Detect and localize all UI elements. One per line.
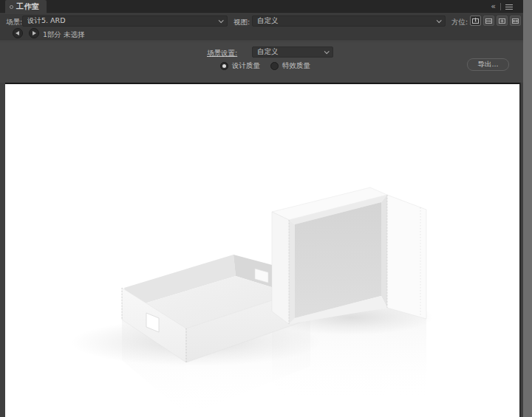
tab-studio[interactable]: 工作室 <box>5 0 47 13</box>
arrow-right-icon <box>33 31 36 35</box>
selection-status: 未选择 <box>64 30 85 40</box>
design-quality-label: 设计质量 <box>232 61 260 71</box>
export-button[interactable]: 导出... <box>467 58 509 71</box>
previous-part-button[interactable] <box>13 28 23 38</box>
scene-select[interactable]: 设计5. ARD <box>22 15 228 27</box>
scene-select-value: 设计5. ARD <box>27 16 214 26</box>
parts-bar: 1部分 未选择 <box>0 27 523 41</box>
orientation-fit-button[interactable] <box>510 15 521 26</box>
arrow-left-icon <box>16 31 19 35</box>
viewport-canvas[interactable] <box>5 83 521 417</box>
panel-title: 工作室 <box>16 1 40 12</box>
view-select-value: 自定义 <box>257 16 432 26</box>
chevron-down-icon <box>219 18 224 23</box>
orientation-side-button[interactable] <box>483 15 494 26</box>
toolbar-separator <box>0 41 523 41</box>
orientation-top-icon <box>498 17 506 25</box>
next-part-button[interactable] <box>29 28 39 38</box>
settings-strip: 场景设置: 自定义 设计质量 特效质量 导出... <box>0 42 523 83</box>
scene-settings-link[interactable]: 场景设置: <box>207 49 237 58</box>
titlebar-controls: « <box>491 0 513 13</box>
chevron-down-icon <box>437 18 442 23</box>
radio-effects-quality[interactable]: 特效质量 <box>270 61 310 71</box>
chevron-down-icon <box>324 49 330 54</box>
orientation-buttons <box>470 15 521 26</box>
orientation-top-button[interactable] <box>497 15 508 26</box>
lid-3d[interactable] <box>272 187 426 324</box>
orientation-front-button[interactable] <box>470 15 481 26</box>
radio-selected-icon <box>220 62 228 70</box>
quality-options: 设计质量 特效质量 <box>220 61 310 71</box>
scene-settings-value: 自定义 <box>257 47 320 57</box>
panel-menu-icon[interactable] <box>505 4 513 10</box>
studio-panel: 工作室 « 场景: 设计5. ARD 视图: 自定义 方位: <box>0 0 523 417</box>
orientation-front-icon <box>471 17 480 25</box>
panel-titlebar: 工作室 « <box>0 0 523 13</box>
3d-scene[interactable] <box>5 84 521 417</box>
radio-unselected-icon <box>270 62 279 70</box>
app-root: 工作室 « 场景: 设计5. ARD 视图: 自定义 方位: <box>0 0 532 417</box>
view-select[interactable]: 自定义 <box>252 15 446 27</box>
titlebar-divider <box>500 3 501 10</box>
effects-quality-label: 特效质量 <box>282 61 310 71</box>
radio-design-quality[interactable]: 设计质量 <box>220 61 260 71</box>
panel-dot-icon <box>10 5 13 9</box>
parts-count: 1部分 <box>43 30 61 40</box>
scene-settings-select[interactable]: 自定义 <box>252 46 333 58</box>
orientation-side-icon <box>485 17 493 25</box>
collapse-panel-icon[interactable]: « <box>491 3 496 10</box>
orientation-fit-icon <box>511 17 519 25</box>
